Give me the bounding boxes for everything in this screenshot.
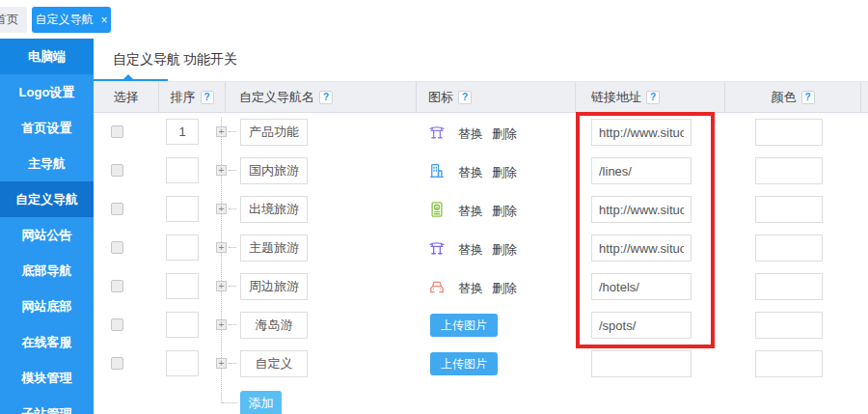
nav-name-input[interactable] (240, 119, 308, 146)
nav-name-input[interactable] (240, 350, 308, 377)
replace-link[interactable]: 替换 (458, 125, 483, 143)
sidebar-item-homepage[interactable]: 首页设置 (0, 110, 94, 146)
row-checkbox[interactable] (111, 241, 123, 254)
row-checkbox[interactable] (111, 125, 123, 138)
sort-input[interactable] (166, 350, 199, 376)
passport-icon (428, 201, 446, 218)
tab-home-label: 首页 (0, 12, 18, 28)
delete-link[interactable]: 删除 (492, 280, 517, 297)
replace-link[interactable]: 替换 (458, 241, 483, 259)
help-icon[interactable]: ? (201, 91, 214, 104)
tree-expand-handle[interactable]: + (216, 281, 227, 291)
table-row: + 替换 删除 (94, 152, 868, 190)
table-row: + 替换 删除 (94, 190, 868, 229)
link-address-input[interactable] (591, 196, 692, 223)
help-icon[interactable]: ? (801, 91, 815, 104)
column-link: 链接地址 ? (576, 82, 725, 112)
tab-home[interactable]: 首页 (0, 7, 27, 33)
nav-name-input[interactable] (240, 312, 308, 339)
sidebar-item-bottom-nav[interactable]: 底部导航 (0, 253, 94, 289)
link-address-input[interactable] (591, 350, 692, 377)
nav-name-input[interactable] (240, 196, 308, 223)
color-input[interactable] (755, 312, 823, 339)
table-row: + 替换 删除 (94, 267, 868, 306)
sort-input[interactable] (166, 157, 199, 183)
app-window: 首页 自定义导航 × 电脑端 Logo设置 首页设置 主导航 自定义导航 网站公… (0, 0, 868, 414)
sidebar-item-main-nav[interactable]: 主导航 (0, 146, 94, 181)
link-address-input[interactable] (591, 235, 692, 262)
sort-input[interactable] (166, 119, 199, 145)
column-link-label: 链接地址 (591, 89, 641, 106)
nav-name-input[interactable] (240, 157, 308, 184)
nav-name-input[interactable] (240, 235, 308, 262)
column-color: 颜色 ? (725, 82, 861, 112)
row-checkbox[interactable] (111, 280, 123, 292)
sidebar-item-module-mgmt[interactable]: 模块管理 (0, 360, 94, 396)
column-filler (861, 82, 868, 112)
sidebar-item-site-notice[interactable]: 网站公告 (0, 217, 94, 253)
help-icon[interactable]: ? (646, 91, 660, 104)
sidebar-item-logo[interactable]: Logo设置 (0, 74, 94, 110)
help-icon[interactable]: ? (319, 91, 333, 104)
sidebar-item-online-service[interactable]: 在线客服 (0, 324, 94, 360)
sort-input[interactable] (166, 273, 199, 299)
bridge-icon (428, 124, 446, 141)
sidebar-item-site-footer[interactable]: 网站底部 (0, 289, 94, 324)
column-nav-name-label: 自定义导航名 (239, 89, 314, 106)
tree-connector-stub (229, 247, 236, 248)
table-row: + 替换 删除 (94, 113, 868, 152)
color-input[interactable] (755, 196, 823, 223)
help-icon[interactable]: ? (458, 91, 472, 104)
tree-expand-handle[interactable]: + (216, 165, 227, 176)
active-tab-caret-icon (123, 74, 133, 79)
tree-expand-handle[interactable]: + (216, 204, 227, 214)
add-button[interactable]: 添加 (240, 391, 282, 414)
replace-link[interactable]: 替换 (458, 280, 483, 297)
tree-connector-stub (229, 363, 236, 364)
color-input[interactable] (755, 273, 823, 300)
upload-image-button[interactable]: 上传图片 (430, 352, 498, 375)
content-tab-feature-switch[interactable]: 功能开关 (183, 39, 237, 79)
upload-image-button[interactable]: 上传图片 (430, 314, 498, 337)
row-checkbox[interactable] (111, 164, 123, 177)
replace-link[interactable]: 替换 (458, 164, 483, 181)
sort-input[interactable] (166, 312, 199, 338)
column-icon: 图标 ? (417, 82, 576, 112)
sidebar: 电脑端 Logo设置 首页设置 主导航 自定义导航 网站公告 底部导航 网站底部… (0, 39, 94, 414)
delete-link[interactable]: 删除 (492, 125, 517, 143)
delete-link[interactable]: 删除 (492, 164, 517, 181)
delete-link[interactable]: 删除 (492, 203, 517, 220)
color-input[interactable] (755, 119, 823, 146)
color-input[interactable] (755, 157, 823, 184)
tree-expand-handle[interactable]: + (216, 358, 227, 369)
sort-input[interactable] (166, 196, 199, 222)
tree-expand-handle[interactable]: + (216, 319, 227, 330)
sidebar-item-subsite-mgmt[interactable]: 子站管理 (0, 396, 94, 414)
color-input[interactable] (755, 350, 823, 377)
row-checkbox[interactable] (111, 357, 123, 370)
link-address-input[interactable] (591, 312, 692, 339)
window-tab-bar: 首页 自定义导航 × (0, 0, 868, 39)
car-icon (428, 278, 446, 295)
sort-input[interactable] (166, 235, 199, 261)
link-address-input[interactable] (591, 157, 692, 184)
sidebar-item-custom-nav[interactable]: 自定义导航 (0, 181, 94, 217)
tab-custom-nav-label: 自定义导航 (35, 12, 93, 28)
row-checkbox[interactable] (111, 203, 123, 215)
sidebar-item-pc[interactable]: 电脑端 (0, 39, 94, 74)
replace-link[interactable]: 替换 (458, 203, 483, 220)
row-checkbox[interactable] (111, 318, 123, 331)
content-tab-custom-nav[interactable]: 自定义导航 (113, 39, 180, 79)
delete-link[interactable]: 删除 (492, 241, 517, 259)
tree-expand-handle[interactable]: + (216, 126, 227, 137)
tab-custom-nav[interactable]: 自定义导航 × (32, 7, 111, 33)
link-address-input[interactable] (591, 273, 692, 300)
color-input[interactable] (755, 235, 823, 262)
close-icon[interactable]: × (100, 14, 107, 27)
nav-name-input[interactable] (240, 273, 308, 300)
tree-expand-handle[interactable]: + (216, 242, 227, 253)
column-sort: 排序 ? (159, 82, 226, 112)
column-nav-name: 自定义导航名 ? (226, 82, 417, 112)
tree-connector-stub (229, 324, 236, 325)
link-address-input[interactable] (591, 119, 692, 146)
